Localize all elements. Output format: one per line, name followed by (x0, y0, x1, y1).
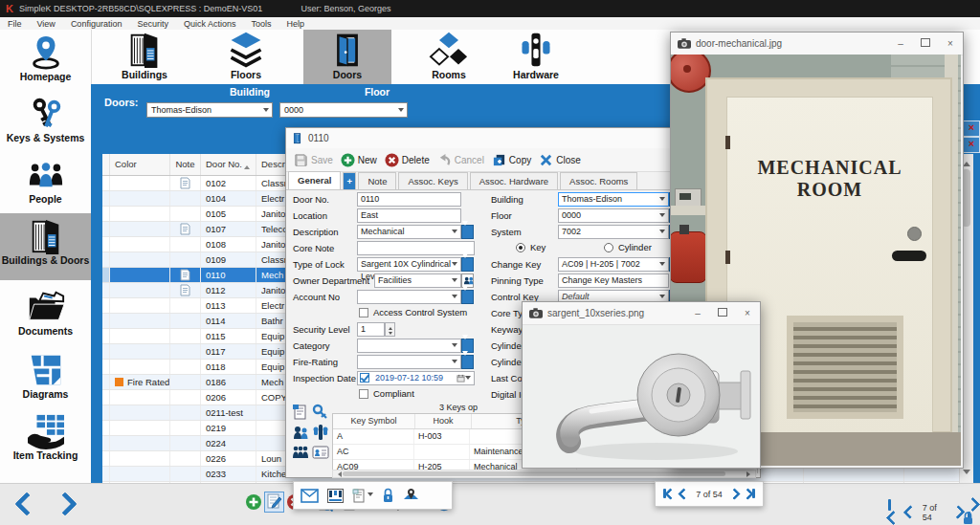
copy-button[interactable]: Copy (492, 153, 531, 167)
scroll-down-icon[interactable] (963, 470, 970, 478)
security-level-field[interactable]: 1 (357, 322, 385, 337)
first-record-button[interactable] (888, 499, 901, 525)
page-right-icon[interactable] (53, 492, 77, 515)
door-no-field[interactable]: 0110 (357, 192, 461, 207)
cancel-button[interactable]: Cancel (437, 153, 484, 167)
edit-record-button[interactable] (264, 492, 284, 513)
ribbon-item-hardware[interactable]: Hardware (492, 30, 580, 84)
maximize-button[interactable] (913, 33, 938, 55)
new-button[interactable]: New (341, 153, 377, 167)
sidebar-item-documents[interactable]: Documents (0, 284, 91, 347)
maximize-button[interactable] (710, 302, 735, 324)
tab-general[interactable]: General (288, 171, 341, 189)
access-control-checkbox[interactable] (359, 308, 368, 317)
menu-item[interactable]: Help (278, 19, 312, 29)
key-filter-icon[interactable] (312, 404, 329, 421)
menu-item[interactable]: View (30, 19, 63, 29)
close-button[interactable]: × (735, 302, 760, 324)
key-cabinet-icon[interactable] (327, 489, 344, 503)
note-filter-icon[interactable] (292, 404, 309, 421)
inspection-date-field[interactable]: 2019-07-12 10:59 (357, 371, 475, 385)
description-select[interactable]: Mechanical (357, 225, 461, 239)
menu-item[interactable]: Tools (243, 19, 278, 29)
prev-record-button[interactable] (902, 505, 917, 519)
category-select[interactable] (357, 339, 461, 353)
security-level-stepper[interactable] (385, 322, 395, 337)
core-note-field[interactable] (357, 241, 475, 255)
person-card-icon[interactable] (312, 444, 329, 461)
menu-item[interactable]: Quick Actions (176, 19, 244, 29)
ribbon-item-rooms[interactable]: Rooms (405, 30, 493, 84)
color-column-header[interactable]: Color (110, 154, 170, 175)
sidebar-item-homepage[interactable]: Homepage (0, 30, 91, 91)
sidebar-item-people[interactable]: People (0, 152, 91, 213)
people-group-icon[interactable] (292, 444, 309, 461)
people-filter-icon[interactable] (292, 424, 309, 441)
add-record-button[interactable] (245, 493, 262, 511)
menu-item[interactable]: Configuration (63, 19, 130, 29)
map-pin-icon[interactable] (403, 488, 419, 503)
building-select[interactable]: Thomas-Edison (558, 192, 669, 207)
key-radio[interactable] (516, 243, 525, 252)
hardware-filter-icon[interactable] (312, 424, 329, 441)
menu-item[interactable]: File (0, 19, 30, 29)
account-no-lookup-button[interactable] (461, 290, 474, 304)
location-field[interactable]: East (357, 208, 461, 223)
description-lookup-button[interactable] (461, 225, 474, 239)
add-note-tab[interactable]: + (343, 172, 356, 189)
tab-assoc-keys[interactable]: Assoc. Keys (398, 172, 467, 189)
type-of-lock-select[interactable]: Sargent 10X Cylindrical Lev (357, 257, 461, 272)
cylinder-radio[interactable] (604, 243, 613, 252)
floor-filter-select[interactable]: 0000 (279, 102, 408, 118)
scroll-up-icon[interactable] (963, 158, 970, 166)
window-titlebar[interactable]: door-mechanical.jpg – × (671, 33, 963, 55)
email-icon[interactable] (301, 489, 319, 503)
ribbon-item-buildings[interactable]: Buildings (100, 30, 189, 84)
report-menu-button[interactable] (352, 489, 373, 503)
keys-table-hscrollbar[interactable] (332, 470, 756, 478)
account-no-select[interactable] (357, 290, 461, 304)
building-filter-select[interactable]: Thomas-Edison (146, 102, 273, 118)
key-symbol-column-header[interactable]: Key Symbol (333, 414, 415, 428)
calendar-icon[interactable] (457, 374, 465, 383)
menu-item[interactable]: Security (129, 19, 176, 29)
fire-rating-lookup-button[interactable] (461, 355, 474, 369)
sidebar-item-keys-systems[interactable]: Keys & Systems (0, 91, 91, 152)
minimize-button[interactable]: – (888, 33, 913, 55)
change-key-select[interactable]: AC09 | H-205 | 7002 (558, 257, 669, 272)
clear-filter-icon[interactable]: × (963, 137, 980, 153)
lock-info-icon[interactable] (382, 488, 394, 503)
scroll-left-icon[interactable] (335, 471, 342, 477)
minimize-button[interactable]: – (685, 302, 710, 324)
ribbon-item-floors[interactable]: Floors (202, 30, 290, 84)
scroll-right-icon[interactable] (746, 471, 753, 477)
window-titlebar[interactable]: sargent_10xseries.png – × (523, 302, 760, 325)
type-of-lock-lookup-button[interactable] (461, 257, 474, 272)
sidebar-item-diagrams[interactable]: Diagrams (0, 347, 91, 408)
close-button[interactable]: × (938, 33, 963, 55)
tab-note[interactable]: Note (358, 172, 396, 189)
prev-record-button[interactable] (678, 488, 690, 500)
owner-department-select[interactable]: Facilities (374, 273, 461, 288)
delete-button[interactable]: Delete (385, 153, 430, 167)
note-column-header[interactable]: Note (170, 154, 201, 175)
door-no-column-header[interactable]: Door No. (201, 154, 256, 175)
sidebar-item-buildings-doors[interactable]: Buildings & Doors (0, 213, 91, 280)
compliant-checkbox[interactable] (359, 389, 368, 399)
next-record-button[interactable] (728, 488, 741, 500)
tab-assoc-rooms[interactable]: Assoc. Rooms (560, 172, 637, 189)
sidebar-item-item-tracking[interactable]: Item Tracking (0, 408, 91, 470)
hook-column-header[interactable]: Hook (415, 414, 472, 428)
tab-assoc-hardware[interactable]: Assoc. Hardware (470, 172, 558, 189)
first-record-button[interactable] (663, 489, 675, 500)
fire-rating-select[interactable] (357, 355, 461, 369)
floor-select[interactable]: 0000 (558, 208, 669, 223)
ribbon-item-doors[interactable]: Doors (303, 30, 391, 84)
scrollbar-thumb[interactable] (343, 471, 725, 476)
inspection-date-checkbox[interactable] (360, 373, 369, 383)
close-button[interactable]: Close (539, 153, 581, 167)
last-record-button[interactable] (744, 489, 755, 500)
page-left-icon[interactable] (14, 492, 38, 515)
system-select[interactable]: 7002 (558, 225, 669, 239)
save-button[interactable]: Save (294, 153, 333, 167)
